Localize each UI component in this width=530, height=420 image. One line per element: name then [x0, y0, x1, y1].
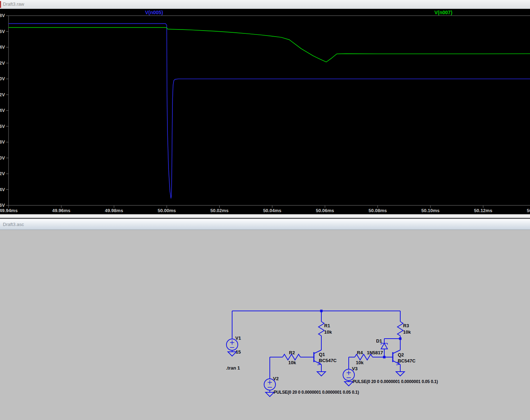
junction-dot — [399, 338, 402, 340]
legend-trace-vn005[interactable]: V(n005) — [145, 10, 163, 15]
schematic-canvas[interactable]: V1 15 .tran 1 R1 10k R2 10k Q1 BC547C V2… — [0, 230, 530, 420]
component-value-d1[interactable]: 1N5817 — [367, 350, 383, 355]
v3-plus-minus-marks — [347, 371, 351, 378]
x-axis-tick-label: 50.12ms — [469, 208, 497, 213]
component-value-r2[interactable]: 10k — [288, 360, 296, 365]
x-axis-tick-label: 50.06ms — [311, 208, 339, 213]
component-ref-q1[interactable]: Q1 — [319, 352, 325, 357]
wire-d1-top[interactable] — [384, 339, 400, 343]
schematic-drawing — [0, 230, 530, 420]
ground-symbol-q2[interactable] — [396, 372, 405, 376]
component-value-v3[interactable]: PULSE(0 20 0 0.0000001 0.0000001 0.05 0.… — [353, 379, 438, 384]
resistor-r3-symbol[interactable] — [397, 322, 403, 336]
ground-symbol-v3[interactable] — [344, 382, 353, 386]
x-axis-tick-label: 49.98ms — [100, 208, 128, 213]
component-ref-v3[interactable]: V3 — [352, 366, 358, 371]
x-axis-tick-label: 50.10ms — [416, 208, 445, 213]
y-axis-tick-label: 2V — [0, 60, 5, 66]
window-icon — [0, 1, 1, 8]
y-axis-tick-label: 6V — [0, 203, 5, 208]
y-axis-tick-label: 6V — [0, 124, 5, 129]
spice-directive[interactable]: .tran 1 — [226, 365, 240, 371]
schematic-window-titlebar[interactable]: Draft3.asc — [0, 219, 530, 230]
legend-trace-vn007[interactable]: V(n007) — [434, 10, 453, 15]
pane-separator — [0, 214, 530, 218]
waveform-window-titlebar[interactable]: Draft3.raw — [0, 0, 530, 9]
component-ref-r2[interactable]: R2 — [289, 350, 295, 355]
waveform-trace-vn005 — [9, 23, 530, 198]
ground-symbol-v2[interactable] — [266, 392, 274, 397]
component-value-r1[interactable]: 10k — [324, 329, 332, 335]
waveform-window-title: Draft3.raw — [3, 0, 24, 9]
ground-symbol-v1[interactable] — [228, 352, 236, 356]
v1-plus-minus-marks — [230, 340, 234, 348]
waveform-plot-pane[interactable]: V(n005) V(n007) 8V6V4V2V0V2V4V6V8V0V2V4V… — [0, 9, 530, 214]
x-axis-tick-label: 50.08ms — [364, 208, 392, 213]
v2-plus-minus-marks — [268, 380, 272, 387]
junction-dot — [383, 356, 386, 359]
x-axis-tick-label: 49.94ms — [0, 208, 23, 213]
x-axis-tick-label: 49.96ms — [47, 208, 75, 213]
schematic-window-title: Draft3.asc — [3, 219, 24, 230]
y-axis-tick-label: 8V — [0, 13, 5, 18]
component-value-v2[interactable]: PULSE(0 20 0 0.0000001 0.0000001 0.05 0.… — [274, 390, 359, 395]
y-axis-tick-label: 8V — [0, 139, 5, 145]
x-axis-tick-label: 50.04ms — [258, 208, 287, 213]
y-axis-tick-label: 4V — [0, 44, 5, 50]
component-ref-v1[interactable]: V1 — [235, 335, 241, 341]
ground-symbol-q1[interactable] — [317, 372, 326, 376]
y-axis-tick-label: 4V — [0, 108, 5, 113]
y-axis-tick-label: 2V — [0, 171, 5, 176]
component-ref-r1[interactable]: R1 — [324, 323, 330, 328]
component-value-v1[interactable]: 15 — [236, 349, 241, 355]
component-ref-q2[interactable]: Q2 — [398, 352, 404, 357]
component-ref-v2[interactable]: V2 — [273, 376, 279, 381]
y-axis-tick-label: 2V — [0, 92, 5, 97]
waveform-plot — [0, 9, 530, 214]
resistor-r1-symbol[interactable] — [318, 322, 324, 336]
y-axis-tick-label: 4V — [0, 187, 5, 192]
x-axis-tick-label: 50.02ms — [205, 208, 234, 213]
x-axis-tick-label: 50.14ms — [522, 208, 530, 213]
y-axis-tick-label: 0V — [0, 76, 5, 81]
x-axis-tick-label: 50.00ms — [152, 208, 181, 213]
y-axis-tick-label: 6V — [0, 29, 5, 34]
component-value-q1[interactable]: BC547C — [319, 358, 337, 363]
component-value-r3[interactable]: 10k — [403, 329, 411, 335]
ltspice-application: Draft3.raw V(n005) V(n007) 8V6V4V2V0V2V4… — [0, 0, 530, 420]
junction-dot — [320, 310, 323, 312]
component-value-q2[interactable]: BC547C — [398, 358, 416, 364]
waveform-trace-vn007 — [9, 27, 530, 62]
component-value-r4[interactable]: 10k — [356, 360, 364, 365]
component-ref-r4[interactable]: R4 — [357, 350, 363, 355]
component-ref-r3[interactable]: R3 — [403, 323, 409, 328]
y-axis-tick-label: 0V — [0, 155, 5, 161]
diode-d1-symbol[interactable] — [381, 343, 387, 349]
component-ref-d1[interactable]: D1 — [376, 338, 382, 344]
